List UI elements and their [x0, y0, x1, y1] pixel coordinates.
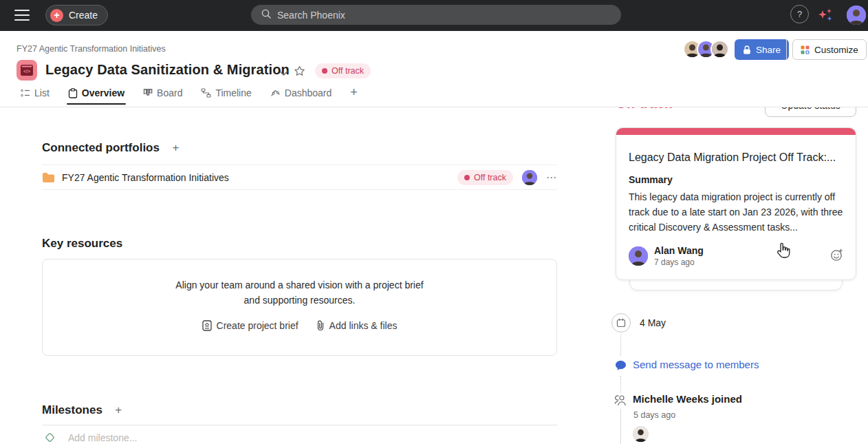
divider: [786, 40, 787, 59]
global-search[interactable]: [251, 5, 621, 25]
key-resources-section: Key resources: [42, 237, 122, 251]
status-card-title: Legacy Data Migration Project Off Track:…: [629, 151, 843, 164]
dashboard-icon: [270, 88, 281, 98]
timeline-icon: [201, 88, 211, 98]
add-portfolio-button[interactable]: +: [172, 141, 179, 155]
update-status-button[interactable]: Update status: [765, 107, 856, 117]
folder-icon: [42, 172, 55, 183]
svg-text:</>: </>: [23, 69, 30, 74]
page-title: Legacy Data Sanitization & Migration: [45, 62, 290, 78]
share-button-label: Share: [756, 45, 781, 55]
previous-status-card-peek[interactable]: [629, 279, 843, 290]
timeline-connector: [620, 376, 621, 392]
add-milestone-placeholder: Add milestone...: [68, 432, 137, 443]
post-time: 7 days ago: [654, 257, 704, 267]
create-button-label: Create: [69, 10, 98, 21]
tab-label: List: [34, 87, 50, 98]
status-badge[interactable]: Off track: [315, 63, 371, 78]
tab-board[interactable]: Board: [143, 87, 182, 105]
topbar: + Create ?: [0, 0, 868, 31]
paperclip-icon: [316, 320, 325, 331]
timeline-connector: [620, 409, 621, 444]
connected-portfolios-section: Connected portfolios +: [42, 141, 179, 155]
member-avatar[interactable]: [710, 40, 729, 59]
status-panel: Off track Update status Legacy Data Migr…: [616, 107, 856, 444]
lock-icon: [743, 45, 751, 54]
summary-label: Summary: [629, 174, 843, 185]
ai-sparkles-icon[interactable]: [816, 6, 835, 25]
search-input[interactable]: [277, 10, 611, 21]
search-icon: [261, 8, 272, 22]
row-menu-button[interactable]: ⋯: [546, 171, 557, 184]
portfolio-row[interactable]: FY27 Agentic Transformation Initiatives …: [42, 165, 557, 190]
divider: [42, 425, 557, 425]
brief-document-icon: [202, 320, 212, 331]
tab-list[interactable]: List: [21, 87, 50, 105]
action-label: Add links & files: [329, 320, 398, 331]
status-badge-label: Off track: [332, 66, 364, 76]
status-update-card[interactable]: Legacy Data Migration Project Off Track:…: [616, 127, 856, 280]
customize-grid-icon: [801, 45, 810, 54]
chat-bubble-icon: [615, 360, 627, 374]
members-icon: [614, 394, 627, 409]
portfolio-status-label: Off track: [474, 173, 506, 182]
help-button[interactable]: ?: [790, 5, 809, 23]
add-milestone-button[interactable]: +: [115, 403, 122, 417]
status-dot: [322, 68, 327, 74]
project-code-icon: </>: [17, 60, 37, 81]
clipboard-icon: [68, 88, 78, 98]
overview-content: Connected portfolios + FY27 Agentic Tran…: [0, 107, 868, 444]
tab-label: Dashboard: [285, 87, 332, 98]
status-heading: Off track: [616, 107, 672, 112]
customize-button[interactable]: Customize: [792, 39, 867, 60]
plus-icon: +: [50, 9, 63, 22]
section-heading: Milestones: [42, 403, 102, 417]
key-resources-card: Align your team around a shared vision w…: [42, 259, 557, 356]
app-window: + Create ? FY27 Agentic Transformation I…: [0, 0, 868, 444]
timeline-event: Michelle Weeks joined: [633, 393, 742, 405]
chevron-down-icon[interactable]: [279, 67, 288, 79]
sidebar-toggle-button[interactable]: [14, 8, 31, 23]
joined-member-avatar[interactable]: [633, 426, 649, 442]
view-tabs: List Overview Board Timeline Dashboard +: [21, 87, 358, 105]
portfolio-owner-avatar[interactable]: [522, 170, 537, 185]
author-name: Alan Wang: [654, 245, 704, 256]
tab-label: Timeline: [215, 87, 251, 98]
create-button[interactable]: + Create: [45, 5, 108, 25]
add-links-files-button[interactable]: Add links & files: [316, 320, 398, 331]
author-avatar[interactable]: [629, 246, 648, 266]
add-milestone-row[interactable]: Add milestone...: [44, 432, 137, 443]
project-header: FY27 Agentic Transformation Initiatives …: [0, 31, 868, 107]
help-icon: ?: [797, 9, 802, 19]
board-icon: [143, 88, 153, 98]
star-favorite-icon[interactable]: [294, 65, 305, 80]
tab-dashboard[interactable]: Dashboard: [270, 87, 332, 105]
member-avatars: [683, 40, 729, 59]
milestone-diamond-icon: [44, 432, 56, 443]
add-tab-button[interactable]: +: [350, 86, 358, 105]
timeline-date-marker: [611, 313, 631, 332]
timeline-connector: [620, 335, 621, 356]
add-reaction-button[interactable]: [830, 249, 843, 264]
action-label: Create project brief: [217, 320, 299, 331]
status-dot: [464, 175, 470, 180]
status-card-color-bar: [616, 128, 856, 135]
breadcrumb[interactable]: FY27 Agentic Transformation Initiatives: [17, 44, 166, 54]
tab-overview[interactable]: Overview: [68, 87, 124, 105]
portfolio-name: FY27 Agentic Transformation Initiatives: [62, 172, 229, 183]
section-heading: Key resources: [42, 237, 122, 251]
section-heading: Connected portfolios: [42, 141, 160, 155]
timeline-event-time: 5 days ago: [633, 410, 675, 420]
share-button[interactable]: Share: [735, 39, 789, 60]
create-project-brief-button[interactable]: Create project brief: [202, 320, 299, 331]
user-avatar[interactable]: [847, 6, 866, 25]
key-resources-description: Align your team around a shared vision w…: [43, 277, 556, 308]
summary-text: This legacy data migration project is cu…: [629, 189, 843, 235]
send-message-link[interactable]: Send message to members: [633, 359, 759, 370]
tab-timeline[interactable]: Timeline: [201, 87, 251, 105]
timeline-date: 4 May: [640, 317, 666, 328]
customize-button-label: Customize: [814, 45, 858, 55]
tab-label: Board: [157, 87, 182, 98]
smiley-plus-icon: [830, 249, 843, 262]
calendar-icon: [616, 318, 626, 328]
